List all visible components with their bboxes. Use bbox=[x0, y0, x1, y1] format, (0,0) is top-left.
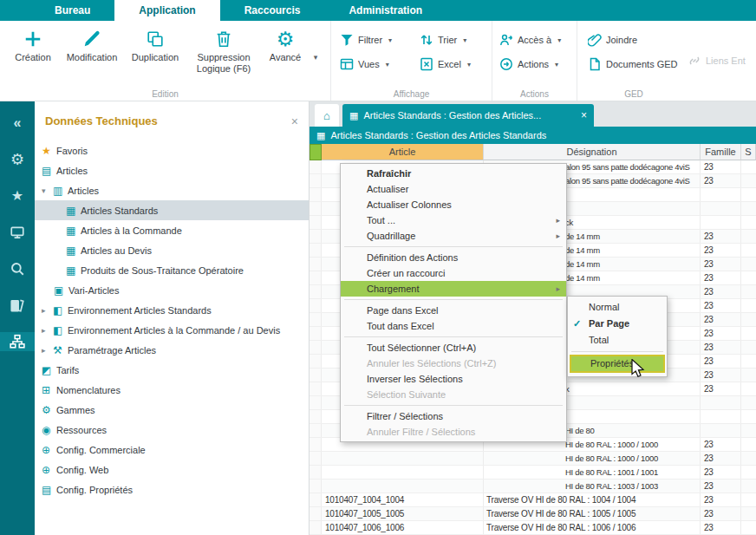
context-menu-item[interactable]: Définition des Actions bbox=[341, 250, 566, 265]
context-menu-item[interactable]: Rafraîchir bbox=[341, 166, 566, 181]
table-row[interactable]: HI de 80 RAL : 1000 / 100023 bbox=[310, 452, 756, 466]
row-selector[interactable] bbox=[310, 202, 322, 215]
row-selector[interactable] bbox=[310, 493, 322, 506]
favorites-star-icon[interactable]: ★ bbox=[0, 186, 35, 206]
column-header-article[interactable]: Article bbox=[322, 144, 484, 160]
search-icon[interactable] bbox=[0, 259, 35, 278]
org-chart-icon[interactable] bbox=[0, 332, 35, 351]
submenu-item[interactable]: ✓Par Page bbox=[568, 316, 667, 332]
context-menu-item[interactable]: Actualiser bbox=[341, 181, 566, 197]
row-selector[interactable] bbox=[310, 521, 322, 534]
menu-tab-administration[interactable]: Administration bbox=[324, 0, 446, 21]
row-selector[interactable] bbox=[310, 382, 322, 395]
table-row[interactable]: 1010407_1006_1006Traverse OV HI de 80 RA… bbox=[310, 521, 756, 535]
sidebar-item[interactable]: ◩Tarifs bbox=[35, 360, 309, 380]
context-menu-item[interactable]: Filtrer / Sélections bbox=[341, 408, 566, 424]
sidebar-item[interactable]: ▾▥Articles bbox=[35, 180, 309, 200]
column-header-stock[interactable]: S bbox=[741, 144, 756, 160]
row-selector[interactable] bbox=[310, 452, 322, 465]
row-selector[interactable] bbox=[310, 216, 322, 229]
close-icon[interactable]: × bbox=[291, 114, 298, 128]
sidebar-item[interactable]: ⊞Nomenclatures bbox=[35, 380, 309, 400]
sidebar-item[interactable]: ▸◧Environnement Articles Standards bbox=[35, 300, 309, 320]
sidebar-item[interactable]: ▤Articles bbox=[35, 160, 309, 180]
filtrer-button[interactable]: Filtrer ▾ bbox=[340, 33, 420, 47]
row-selector[interactable] bbox=[310, 466, 322, 479]
row-selector[interactable] bbox=[310, 271, 322, 284]
row-selector[interactable] bbox=[310, 188, 322, 201]
excel-button[interactable]: Excel ▾ bbox=[420, 57, 487, 71]
row-selector[interactable] bbox=[310, 313, 322, 326]
sidebar-item[interactable]: ⚙Gammes bbox=[35, 400, 309, 420]
chevron-right-icon[interactable]: ▸ bbox=[42, 346, 53, 355]
row-selector[interactable] bbox=[310, 410, 322, 423]
close-icon[interactable]: × bbox=[581, 109, 587, 121]
row-selector[interactable] bbox=[310, 480, 322, 493]
context-menu-item[interactable]: Tout dans Excel bbox=[341, 318, 566, 334]
row-selector[interactable] bbox=[310, 174, 322, 187]
tab-articles-standards[interactable]: ▦ Articles Standards : Gestion des Artic… bbox=[342, 104, 594, 127]
row-selector[interactable] bbox=[310, 258, 322, 271]
context-menu-item[interactable]: Page dans Excel bbox=[341, 303, 566, 318]
sidebar-item[interactable]: ◉Ressources bbox=[35, 420, 309, 440]
table-row[interactable]: 1010407_1005_1005Traverse OV HI de 80 RA… bbox=[310, 507, 756, 521]
trier-button[interactable]: Trier ▾ bbox=[420, 33, 487, 47]
chevron-down-icon[interactable]: ▾ bbox=[42, 186, 53, 195]
context-menu-item[interactable]: Inverser les Sélections bbox=[341, 371, 566, 387]
table-row[interactable]: HI de 80 RAL : 1001 / 100123 bbox=[310, 466, 756, 480]
row-selector[interactable] bbox=[310, 355, 322, 368]
row-selector[interactable] bbox=[310, 244, 322, 257]
row-selector[interactable] bbox=[310, 507, 322, 520]
row-selector[interactable] bbox=[310, 285, 322, 298]
select-all-corner[interactable] bbox=[310, 144, 322, 160]
sidebar-item[interactable]: ▸◧Environnement Articles à la Commande /… bbox=[35, 320, 309, 340]
submenu-item[interactable]: Propriétés bbox=[570, 355, 665, 373]
sidebar-item[interactable]: ▣Vari-Articles bbox=[35, 280, 309, 300]
sidebar-item[interactable]: ▸⚒Paramétrage Articles bbox=[35, 340, 309, 360]
documents-ged-button[interactable]: Documents GED bbox=[588, 57, 690, 71]
monitor-icon[interactable] bbox=[0, 223, 35, 242]
sidebar-item[interactable]: ▦Articles au Devis bbox=[35, 240, 309, 260]
context-menu-item[interactable]: Tout ... bbox=[341, 212, 566, 228]
collapse-panel-icon[interactable]: « bbox=[0, 114, 35, 133]
sidebar-item[interactable]: ⊕Config. Commerciale bbox=[35, 440, 309, 460]
row-selector[interactable] bbox=[310, 341, 322, 354]
table-row[interactable]: HI de 80 RAL : 1003 / 100323 bbox=[310, 480, 756, 493]
table-row[interactable]: 1010407_1004_1004Traverse OV HI de 80 RA… bbox=[310, 493, 756, 507]
context-menu-item[interactable]: Actualiser Colonnes bbox=[341, 197, 566, 212]
context-menu-item[interactable]: Chargement bbox=[341, 281, 566, 297]
row-selector[interactable] bbox=[310, 230, 322, 243]
row-selector[interactable] bbox=[310, 396, 322, 409]
submenu-item[interactable]: Normal bbox=[568, 299, 667, 316]
column-header-famille[interactable]: Famille bbox=[701, 144, 741, 160]
menu-tab-application[interactable]: Application bbox=[114, 0, 219, 21]
settings-gear-icon[interactable]: ⚙ bbox=[0, 150, 35, 169]
vues-button[interactable]: Vues ▾ bbox=[340, 57, 420, 71]
row-selector[interactable] bbox=[310, 438, 322, 451]
actions-button[interactable]: Actions ▾ bbox=[499, 57, 577, 71]
sidebar-item[interactable]: ▤Config. Propriétés bbox=[35, 480, 309, 499]
context-menu-item[interactable]: Tout Sélectionner (Ctrl+A) bbox=[341, 340, 566, 356]
context-menu-item[interactable]: Créer un raccourci bbox=[341, 265, 566, 281]
chevron-right-icon[interactable]: ▸ bbox=[42, 306, 53, 315]
menu-tab-bureau[interactable]: Bureau bbox=[30, 0, 114, 21]
row-selector[interactable] bbox=[310, 369, 322, 382]
row-selector[interactable] bbox=[310, 299, 322, 312]
sidebar-item[interactable]: ⊕Config. Web bbox=[35, 460, 309, 480]
home-tab[interactable]: ⌂ bbox=[315, 104, 339, 127]
row-selector[interactable] bbox=[310, 160, 322, 173]
sidebar-item[interactable]: ▦Articles Standards bbox=[35, 200, 309, 220]
joindre-button[interactable]: Joindre bbox=[588, 33, 690, 47]
context-menu-item[interactable]: Quadrillage bbox=[341, 228, 566, 244]
acces-a-button[interactable]: Accès à ▾ bbox=[499, 33, 577, 47]
library-icon[interactable] bbox=[0, 296, 35, 315]
submenu-item[interactable]: Total bbox=[568, 332, 667, 349]
menu-tab-raccourcis[interactable]: Raccourcis bbox=[220, 0, 325, 21]
row-selector[interactable] bbox=[310, 327, 322, 340]
row-selector[interactable] bbox=[310, 424, 322, 437]
sidebar-item[interactable]: ★Favoris bbox=[35, 140, 309, 160]
chevron-right-icon[interactable]: ▸ bbox=[42, 326, 53, 335]
sidebar-item[interactable]: ▦Articles à la Commande bbox=[35, 220, 309, 240]
sidebar-item[interactable]: ▦Produits de Sous-Traitance Opératoire bbox=[35, 260, 309, 280]
column-header-designation[interactable]: Désignation bbox=[484, 144, 701, 160]
